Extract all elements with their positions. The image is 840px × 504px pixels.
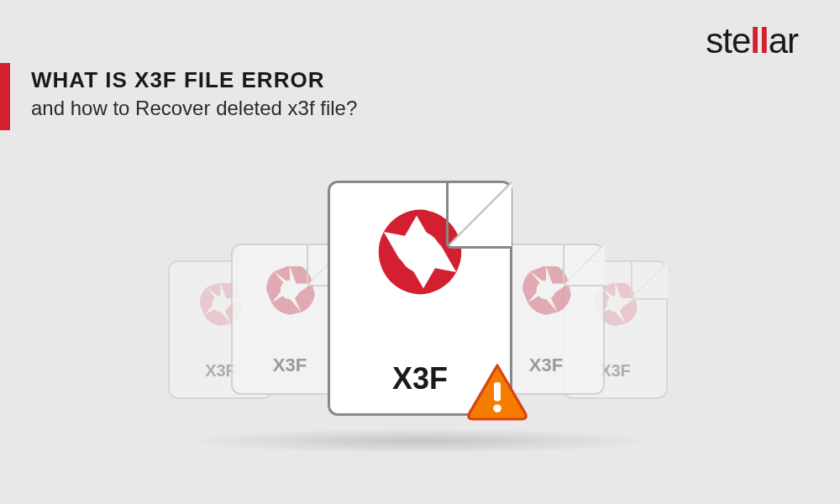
svg-point-4 [400,232,440,272]
heading-block: WHAT IS X3F FILE ERROR and how to Recove… [0,63,357,130]
page-subtitle: and how to Recover deleted x3f file? [31,97,357,120]
svg-point-3 [537,281,555,299]
svg-point-2 [607,296,624,312]
shadow [185,428,655,454]
brand-logo: stellar [706,21,798,61]
file-label: X3F [273,354,307,376]
svg-point-1 [281,281,299,299]
file-label-main: X3F [392,361,448,396]
svg-point-6 [493,404,501,412]
svg-rect-5 [494,382,501,401]
logo-text-3: ar [769,21,798,60]
aperture-icon [264,264,316,316]
illustration: X3F X3F X3F [151,168,689,470]
svg-point-0 [213,296,229,312]
file-label: X3F [529,354,563,376]
aperture-icon [370,202,470,302]
heading-text: WHAT IS X3F FILE ERROR and how to Recove… [31,63,357,120]
logo-text-1: ste [706,21,750,60]
accent-bar [0,63,10,130]
logo-text-accent: ll [750,21,768,60]
warning-icon [464,359,531,426]
aperture-icon [520,264,572,316]
page-title: WHAT IS X3F FILE ERROR [31,67,357,93]
file-card-main: X3F [328,181,512,416]
